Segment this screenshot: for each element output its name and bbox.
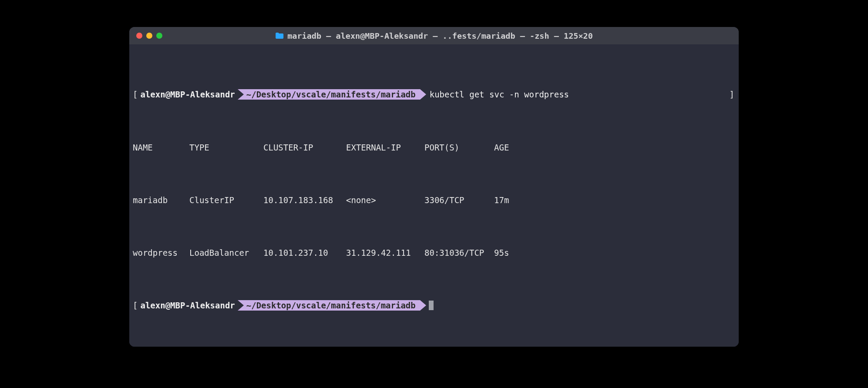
cell-name: mariadb (133, 195, 189, 205)
cursor[interactable] (429, 301, 434, 310)
window-title: mariadb — alexn@MBP-Aleksandr — ..fests/… (275, 31, 593, 40)
col-header-age: AGE (494, 142, 529, 153)
prompt-userhost: alexn@MBP-Aleksandr (138, 300, 237, 311)
cell-name: wordpress (133, 248, 189, 258)
cell-type: LoadBalancer (189, 248, 263, 258)
prompt-separator-icon (420, 300, 426, 311)
cell-cluster-ip: 10.101.237.10 (263, 248, 346, 258)
window-title-text: mariadb — alexn@MBP-Aleksandr — ..fests/… (287, 31, 593, 40)
prompt-separator-icon (420, 89, 426, 100)
cell-external-ip: 31.129.42.111 (346, 248, 424, 258)
col-header-name: NAME (133, 142, 189, 153)
terminal-body[interactable]: [ alexn@MBP-Aleksandr ~/Desktop/vscale/m… (129, 44, 739, 347)
prompt-userhost: alexn@MBP-Aleksandr (138, 89, 237, 100)
prompt-path: ~/Desktop/vscale/manifests/mariadb (238, 89, 420, 100)
zoom-button[interactable] (156, 33, 162, 39)
table-row: wordpress LoadBalancer 10.101.237.10 31.… (131, 248, 737, 258)
table-header-row: NAME TYPE CLUSTER-IP EXTERNAL-IP PORT(S)… (131, 142, 737, 153)
prompt-separator-icon (238, 300, 244, 311)
traffic-lights (129, 33, 162, 39)
prompt-line: [ alexn@MBP-Aleksandr ~/Desktop/vscale/m… (131, 300, 737, 311)
cell-external-ip: <none> (346, 195, 424, 205)
command-text: kubectl get svc -n wordpress (426, 89, 569, 100)
cell-type: ClusterIP (189, 195, 263, 205)
titlebar[interactable]: mariadb — alexn@MBP-Aleksandr — ..fests/… (129, 27, 739, 44)
terminal-window: mariadb — alexn@MBP-Aleksandr — ..fests/… (129, 27, 739, 347)
col-header-external-ip: EXTERNAL-IP (346, 142, 424, 153)
cell-ports: 80:31036/TCP (424, 248, 494, 258)
prompt-separator-icon (238, 89, 244, 100)
cell-cluster-ip: 10.107.183.168 (263, 195, 346, 205)
close-button[interactable] (136, 33, 142, 39)
cell-age: 95s (494, 248, 529, 258)
prompt-line: [ alexn@MBP-Aleksandr ~/Desktop/vscale/m… (131, 89, 737, 100)
prompt-bracket-open: [ (131, 300, 138, 311)
cell-age: 17m (494, 195, 529, 205)
folder-icon (275, 32, 284, 39)
col-header-type: TYPE (189, 142, 263, 153)
col-header-ports: PORT(S) (424, 142, 494, 153)
prompt-path: ~/Desktop/vscale/manifests/mariadb (238, 300, 420, 311)
table-row: mariadb ClusterIP 10.107.183.168 <none> … (131, 195, 737, 205)
prompt-bracket-close: ] (730, 89, 737, 100)
cell-ports: 3306/TCP (424, 195, 494, 205)
minimize-button[interactable] (146, 33, 152, 39)
col-header-cluster-ip: CLUSTER-IP (263, 142, 346, 153)
prompt-bracket-open: [ (131, 89, 138, 100)
